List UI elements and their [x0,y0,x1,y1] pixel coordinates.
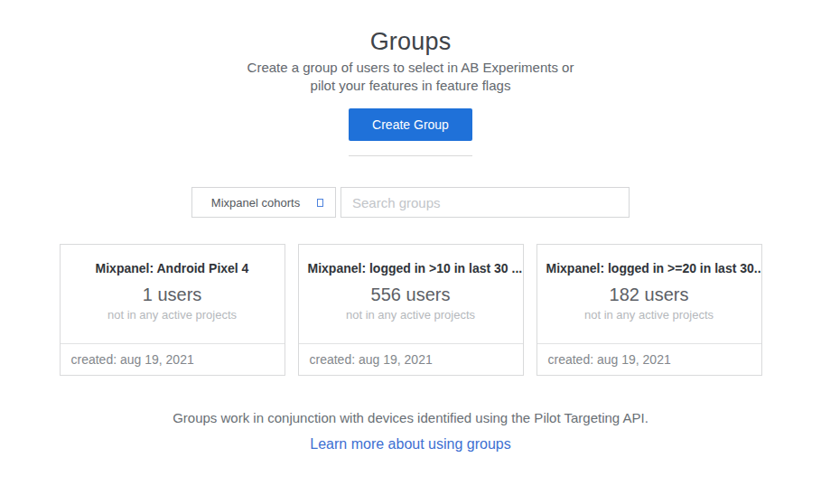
group-card-body: Mixpanel: logged in >10 in last 30 ... 5… [299,245,523,343]
group-name: Mixpanel: logged in >=20 in last 30... [537,260,761,276]
group-name: Mixpanel: logged in >10 in last 30 ... [299,260,523,276]
page-subtitle-line: Create a group of users to select in AB … [0,59,821,77]
group-card[interactable]: Mixpanel: logged in >=20 in last 30... 1… [536,244,762,376]
create-group-button[interactable]: Create Group [349,108,472,141]
group-card-body: Mixpanel: Android Pixel 4 1 users not in… [61,245,285,343]
filter-row: Mixpanel cohorts [0,187,821,218]
group-card[interactable]: Mixpanel: Android Pixel 4 1 users not in… [60,244,285,376]
group-cards-row: Mixpanel: Android Pixel 4 1 users not in… [0,244,821,376]
search-groups-input[interactable] [341,187,630,218]
group-card-body: Mixpanel: logged in >=20 in last 30... 1… [537,245,761,343]
group-project-status: not in any active projects [299,307,523,322]
groups-page: Groups Create a group of users to select… [0,0,821,504]
group-created-date: created: aug 19, 2021 [299,343,523,375]
page-footer: Groups work in conjunction with devices … [0,409,821,453]
header-divider [349,155,472,156]
group-user-count: 182 users [537,284,761,305]
group-card[interactable]: Mixpanel: logged in >10 in last 30 ... 5… [298,244,524,376]
group-created-date: created: aug 19, 2021 [537,343,761,375]
page-title: Groups [0,27,821,56]
group-created-date: created: aug 19, 2021 [61,343,285,375]
cohort-source-dropdown[interactable]: Mixpanel cohorts [191,187,336,218]
page-subtitle-line: pilot your features in feature flags [0,77,821,95]
group-project-status: not in any active projects [61,307,285,322]
page-header: Groups Create a group of users to select… [0,0,821,156]
group-user-count: 1 users [61,284,285,305]
cohort-dropdown-selected-value: Mixpanel cohorts [211,196,316,210]
dropdown-indicator-icon [317,199,323,207]
group-project-status: not in any active projects [537,307,761,322]
group-user-count: 556 users [299,284,523,305]
page-subtitle: Create a group of users to select in AB … [0,59,821,95]
footer-info-text: Groups work in conjunction with devices … [0,409,821,427]
group-name: Mixpanel: Android Pixel 4 [61,260,285,276]
learn-more-link[interactable]: Learn more about using groups [310,436,510,453]
